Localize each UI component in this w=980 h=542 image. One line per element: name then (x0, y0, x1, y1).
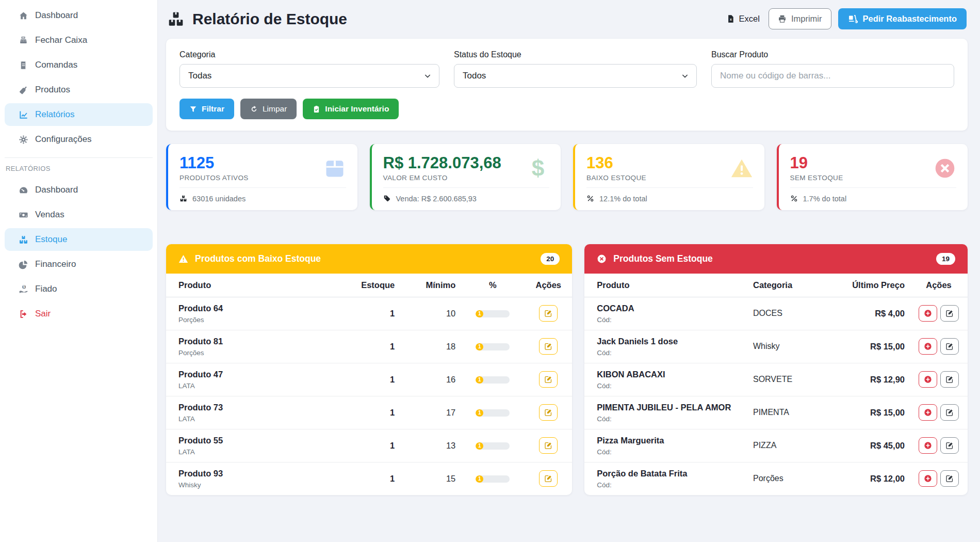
chart-line-icon (19, 110, 28, 120)
main-content: Relatório de Estoque x Excel Imprimir Pe… (158, 0, 980, 542)
sidebar-item-fiado[interactable]: $ Fiado (5, 278, 153, 300)
column-header: Produto (584, 274, 748, 297)
stat-value: 19 (790, 155, 843, 172)
stock-value: 1 (352, 429, 400, 462)
sidebar-item-report-dashboard[interactable]: Dashboard (5, 179, 153, 201)
pencil-square-icon (544, 408, 552, 417)
stat-card-active-products: 1125 PRODUTOS ATIVOS 63016 unidades (166, 144, 357, 210)
restock-item-button[interactable] (919, 470, 937, 487)
low-stock-table-card: Produtos com Baixo Estoque 20 Produto Es… (166, 244, 572, 495)
file-excel-icon: x (726, 14, 735, 23)
stock-progress-bar: 1 (476, 310, 510, 317)
clear-button[interactable]: Limpar (240, 99, 297, 119)
search-input[interactable] (711, 64, 954, 88)
home-icon (19, 11, 28, 21)
sidebar-item-comandas[interactable]: Comandas (5, 54, 153, 76)
dollar-sign-icon: $ (527, 157, 549, 180)
stat-label: VALOR EM CUSTO (383, 174, 501, 182)
category-select[interactable]: Todas (179, 64, 439, 88)
print-button[interactable]: Imprimir (769, 8, 831, 29)
edit-button[interactable] (940, 437, 959, 454)
edit-button[interactable] (539, 371, 558, 388)
edit-button[interactable] (539, 470, 558, 487)
restock-item-button[interactable] (919, 305, 937, 322)
restock-item-button[interactable] (919, 437, 937, 454)
sidebar-item-configuracoes[interactable]: Configurações (5, 128, 153, 151)
column-header: Estoque (352, 274, 400, 297)
out-of-stock-table: Produto Categoria Último Preço Ações COC… (584, 274, 968, 495)
restock-item-button[interactable] (919, 371, 937, 388)
filter-button[interactable]: Filtrar (179, 99, 234, 119)
table-row: Produto 81Porções 1 18 1 (166, 330, 572, 363)
product-name: PIMENTA JUBILEU - PELA AMOR (597, 403, 743, 412)
edit-button[interactable] (940, 404, 959, 421)
svg-text:x: x (729, 18, 731, 21)
pencil-square-icon (945, 342, 954, 350)
stat-card-out-of-stock: 19 SEM ESTOQUE 1.7% do total (777, 144, 968, 210)
sidebar-item-financeiro[interactable]: Financeiro (5, 253, 153, 276)
filter-card: Categoria Todas Status do Estoque Todos … (166, 39, 968, 131)
search-label: Buscar Produto (711, 50, 954, 59)
column-header: % (461, 274, 525, 297)
price-value: R$ 12,00 (837, 462, 910, 495)
product-category: LATA (178, 448, 347, 456)
price-value: R$ 12,90 (837, 363, 910, 396)
stats-row: 1125 PRODUTOS ATIVOS 63016 unidades R$ 1… (166, 144, 968, 210)
money-bill-icon (19, 210, 28, 220)
restock-item-button[interactable] (919, 404, 937, 421)
stat-label: BAIXO ESTOQUE (586, 174, 646, 182)
edit-button[interactable] (539, 437, 558, 454)
out-of-stock-header: Produtos Sem Estoque 19 (584, 244, 968, 274)
boxes-icon (19, 235, 28, 245)
funnel-icon (189, 105, 197, 113)
edit-button[interactable] (940, 371, 959, 388)
category-value: Porções (748, 462, 837, 495)
min-value: 18 (400, 330, 461, 363)
category-value: Whisky (748, 330, 837, 363)
sidebar-item-label: Configurações (35, 134, 92, 145)
stock-value: 1 (352, 363, 400, 396)
sidebar-item-estoque[interactable]: Estoque (5, 228, 153, 251)
sidebar-item-relatorios[interactable]: Relatórios (5, 103, 153, 126)
pencil-square-icon (945, 474, 954, 483)
sidebar-item-produtos[interactable]: Produtos (5, 78, 153, 101)
plus-circle-icon (924, 441, 932, 450)
edit-button[interactable] (940, 338, 959, 355)
edit-button[interactable] (940, 470, 959, 487)
warning-triangle-icon (730, 157, 753, 180)
status-select[interactable]: Todos (454, 64, 697, 88)
stat-footer: 12.1% do total (599, 195, 647, 203)
sidebar-item-dashboard[interactable]: Dashboard (5, 4, 153, 27)
table-row: Produto 93Whisky 1 15 1 (166, 462, 572, 495)
stock-value: 1 (352, 396, 400, 429)
stat-footer: 1.7% do total (803, 195, 847, 203)
edit-button[interactable] (539, 305, 558, 322)
restock-item-button[interactable] (919, 338, 937, 355)
category-value: SORVETE (748, 363, 837, 396)
plus-circle-icon (924, 474, 932, 483)
tables-row: Produtos com Baixo Estoque 20 Produto Es… (166, 244, 968, 495)
edit-button[interactable] (539, 404, 558, 421)
edit-button[interactable] (940, 305, 959, 322)
stock-value: 1 (352, 297, 400, 330)
sidebar-item-vendas[interactable]: Vendas (5, 203, 153, 226)
sidebar-item-label: Sair (35, 309, 51, 319)
stat-footer: Venda: R$ 2.600.685,93 (396, 195, 477, 203)
restock-button[interactable]: Pedir Reabastecimento (838, 8, 967, 29)
min-value: 17 (400, 396, 461, 429)
product-name: KIBON ABACAXI (597, 370, 743, 379)
sidebar-item-fechar-caixa[interactable]: Fechar Caixa (5, 29, 153, 52)
product-name: COCADA (597, 304, 743, 313)
sidebar-item-label: Produtos (35, 85, 70, 95)
product-category: Porções (178, 349, 347, 357)
start-inventory-button[interactable]: Iniciar Inventário (303, 99, 399, 119)
plus-circle-icon (924, 309, 932, 317)
product-name: Produto 93 (178, 469, 347, 479)
excel-button[interactable]: x Excel (724, 10, 762, 28)
plus-circle-icon (924, 375, 932, 384)
edit-button[interactable] (539, 338, 558, 355)
stock-progress-bar: 1 (476, 442, 510, 450)
sidebar-item-sair[interactable]: Sair (5, 302, 153, 325)
wine-bottle-icon (19, 85, 28, 95)
price-value: R$ 15,00 (837, 396, 910, 429)
